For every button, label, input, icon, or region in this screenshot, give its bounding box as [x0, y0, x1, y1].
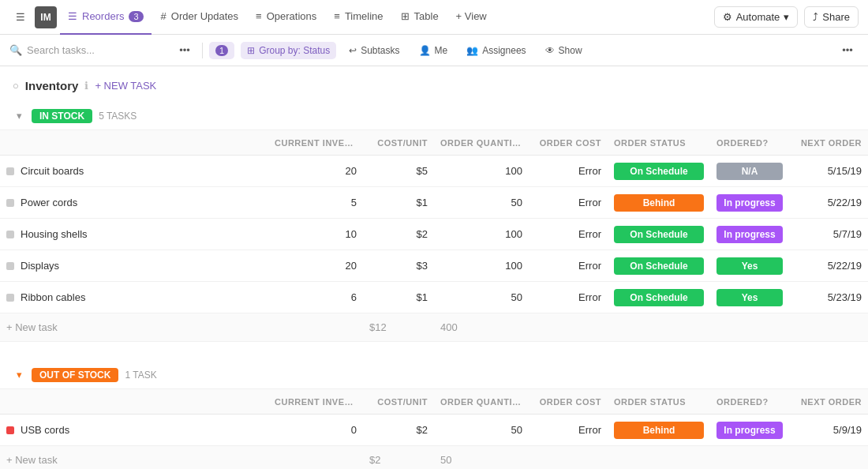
task-name-cell: Displays	[0, 260, 268, 272]
share-button[interactable]: ⤴ Share	[804, 6, 859, 28]
data-cell-cost: $5	[363, 165, 434, 177]
status-pill: On Schedule	[614, 289, 704, 306]
task-name[interactable]: Displays	[21, 260, 59, 272]
table-row: Housing shells 10 $2 100 Error On Schedu…	[0, 219, 868, 250]
task-name[interactable]: Ribbon cables	[21, 291, 85, 303]
task-dot	[6, 167, 14, 175]
automate-chevron-icon: ▾	[784, 11, 789, 23]
data-cell-status: On Schedule	[608, 163, 710, 180]
subtasks-label: Subtasks	[361, 45, 399, 56]
share-icon: ⤴	[813, 11, 818, 23]
search-placeholder: Search tasks...	[27, 44, 95, 56]
group-by-label: Group by: Status	[259, 45, 330, 56]
task-name[interactable]: Power cords	[21, 197, 77, 208]
table-icon: ⊞	[401, 10, 410, 22]
task-name[interactable]: USB cords	[21, 424, 69, 436]
operations-icon: ≡	[256, 10, 262, 22]
tab-operations[interactable]: ≡ Operations	[248, 0, 324, 35]
tab-table[interactable]: ⊞ Table	[393, 0, 447, 35]
ordered-pill: Yes	[716, 289, 783, 306]
assignees-icon: 👥	[466, 45, 478, 56]
group-in-stock-badge[interactable]: IN STOCK	[32, 109, 92, 123]
tab-operations-label: Operations	[267, 10, 317, 22]
status-pill: On Schedule	[614, 163, 704, 180]
status-pill: Behind	[614, 194, 704, 212]
timeline-icon: ≡	[334, 10, 340, 22]
in-stock-footer: + New task $12 400	[0, 313, 868, 342]
tab-order-updates[interactable]: # Order Updates	[153, 0, 247, 35]
spacer-1	[0, 348, 868, 361]
task-name[interactable]: Housing shells	[21, 228, 88, 240]
group-out-of-stock-toggle[interactable]: ▾	[13, 369, 25, 381]
col-order-qty: ORDER QUANTITY	[434, 138, 529, 148]
task-name-cell: Ribbon cables	[0, 291, 268, 303]
app-logo: IM	[35, 6, 57, 28]
task-dot	[6, 199, 14, 207]
assignees-button[interactable]: 👥 Assignees	[460, 42, 532, 59]
tab-timeline[interactable]: ≡ Timeline	[326, 0, 391, 35]
data-cell-qty: 100	[434, 165, 529, 177]
toolbar-options-icon[interactable]: •••	[836, 39, 859, 62]
sidebar-toggle-icon[interactable]: ☰	[9, 6, 32, 28]
new-task-link-out-of-stock[interactable]: + New task	[0, 454, 268, 466]
task-name-cell: Power cords	[0, 197, 268, 208]
main-content: ○ Inventory ℹ + NEW TASK ▾ IN STOCK 5 TA…	[0, 66, 868, 469]
group-by-button[interactable]: ⊞ Group by: Status	[241, 42, 336, 59]
col-ordered: ORDERED?	[710, 138, 789, 148]
table-row: USB cords 0 $2 50 Error Behind In progre…	[0, 415, 868, 446]
task-dot	[6, 231, 14, 238]
me-button[interactable]: 👤 Me	[413, 42, 455, 59]
ordered-pill: N/A	[716, 163, 783, 180]
tab-reorders-label: Reorders	[82, 10, 124, 22]
toolbar: 🔍 Search tasks... ••• 1 ⊞ Group by: Stat…	[0, 35, 868, 66]
group-out-of-stock-count: 1 TASK	[125, 370, 156, 381]
col-order-status: ORDER STATUS	[608, 138, 710, 148]
group-out-of-stock-badge[interactable]: OUT OF STOCK	[32, 368, 118, 382]
new-task-link-in-stock[interactable]: + New task	[0, 321, 268, 333]
assignees-label: Assignees	[482, 45, 526, 56]
task-dot	[6, 262, 14, 270]
toolbar-more-icon[interactable]: •••	[174, 39, 196, 62]
tab-reorders[interactable]: ☰ Reorders 3	[60, 0, 152, 35]
task-name-cell: Housing shells	[0, 228, 268, 240]
tab-timeline-label: Timeline	[345, 10, 383, 22]
toolbar-divider	[202, 43, 203, 58]
table-row: Circuit boards 20 $5 100 Error On Schedu…	[0, 156, 868, 187]
data-cell-next-order: 5/15/19	[789, 165, 868, 177]
group-in-stock-header: ▾ IN STOCK 5 TASKS	[0, 102, 868, 130]
nav-right: ⚙ Automate ▾ ⤴ Share	[714, 6, 859, 28]
group-in-stock-toggle[interactable]: ▾	[13, 110, 25, 122]
task-dot	[6, 294, 14, 302]
filter-button[interactable]: 1	[209, 42, 234, 59]
tab-table-label: Table	[414, 10, 439, 22]
new-task-button[interactable]: + NEW TASK	[95, 80, 156, 92]
top-nav: ☰ IM ☰ Reorders 3 # Order Updates ≡ Oper…	[0, 0, 868, 35]
task-dot	[6, 426, 14, 434]
reorders-badge: 3	[129, 11, 143, 22]
task-name[interactable]: Circuit boards	[21, 165, 84, 177]
group-in-stock: ▾ IN STOCK 5 TASKS CURRENT INVEN... COST…	[0, 102, 868, 342]
order-updates-icon: #	[161, 10, 166, 22]
task-name-cell: USB cords	[0, 424, 268, 436]
group-out-of-stock-header: ▾ OUT OF STOCK 1 TASK	[0, 361, 868, 389]
inventory-info-icon[interactable]: ℹ	[84, 80, 88, 92]
col-cost-unit: COST/UNIT	[363, 138, 434, 148]
status-pill: On Schedule	[614, 226, 704, 243]
filter-count-badge: 1	[215, 45, 228, 56]
automate-icon: ⚙	[723, 11, 732, 23]
tab-add-view[interactable]: + View	[448, 0, 495, 35]
subtasks-button[interactable]: ↩ Subtasks	[342, 42, 406, 59]
table-row: Displays 20 $3 100 Error On Schedule Yes…	[0, 250, 868, 282]
data-cell-ordered: N/A	[710, 163, 789, 180]
show-icon: 👁	[545, 45, 555, 56]
col-order-cost: ORDER COST	[529, 138, 608, 148]
automate-label: Automate	[736, 11, 780, 23]
me-icon: 👤	[419, 45, 431, 56]
status-pill: Behind	[614, 422, 704, 439]
automate-button[interactable]: ⚙ Automate ▾	[714, 6, 799, 28]
show-button[interactable]: 👁 Show	[539, 42, 589, 59]
search-box[interactable]: 🔍 Search tasks...	[9, 44, 167, 56]
collapse-inventory-icon[interactable]: ○	[13, 80, 19, 92]
data-cell-order-cost: Error	[529, 165, 608, 177]
group-out-of-stock: ▾ OUT OF STOCK 1 TASK CURRENT INVEN... C…	[0, 361, 868, 469]
